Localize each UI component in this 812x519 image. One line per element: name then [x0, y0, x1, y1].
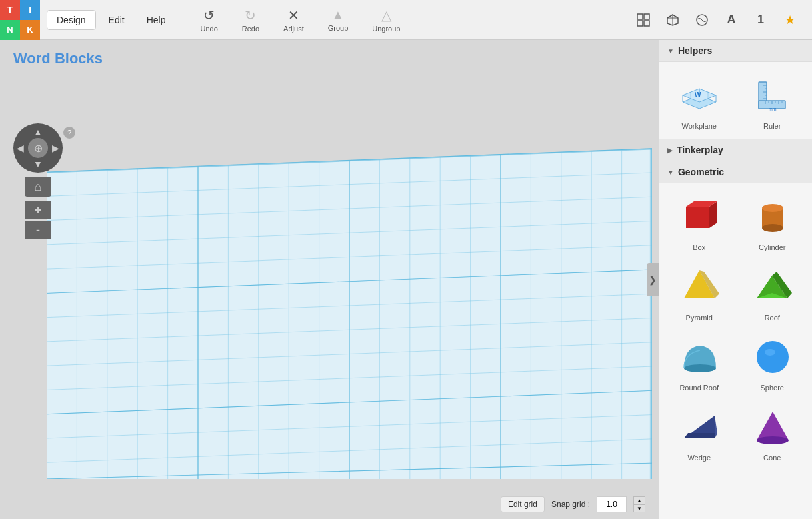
bottom-bar: Edit grid Snap grid : ▲ ▼ — [501, 496, 645, 512]
workplane-item[interactable]: W Workplane — [663, 65, 736, 135]
ungroup-label: Ungroup — [372, 25, 400, 33]
number-button[interactable]: 1 — [749, 8, 773, 32]
cone-shape-item[interactable]: Cone — [736, 397, 809, 467]
menu-bar: Design Edit Help — [40, 10, 182, 30]
svg-point-90 — [684, 364, 716, 372]
svg-rect-0 — [637, 14, 643, 19]
svg-point-83 — [762, 224, 783, 232]
svg-rect-1 — [644, 14, 649, 19]
nav-center-dot: ⊕ — [34, 142, 43, 155]
sphere-svg — [749, 334, 795, 380]
ruler-item[interactable]: mm Ruler — [736, 65, 809, 135]
grid-svg — [47, 137, 652, 479]
menu-edit[interactable]: Edit — [99, 11, 134, 29]
favorites-button[interactable]: ★ — [778, 8, 802, 32]
grid-view-button[interactable] — [631, 8, 655, 32]
logo-i: I — [20, 0, 40, 20]
group-button[interactable]: ▲ Group — [323, 5, 354, 35]
geometric-section: ▼ Geometric Box — [659, 161, 812, 470]
roof-label: Roof — [765, 314, 780, 322]
home-view-button[interactable]: ⌂ — [25, 177, 51, 197]
sphere-shape-item[interactable]: Sphere — [736, 327, 809, 397]
box-shape-item[interactable]: Box — [663, 187, 736, 257]
canvas-area[interactable]: Word Blocks ? ▲ ▼ ◀ ▶ ⊕ ⌂ + - — [0, 40, 659, 519]
3d-grid[interactable] — [47, 137, 652, 479]
wedge-shape-item[interactable]: Wedge — [663, 397, 736, 467]
helpers-grid: W Workplane — [659, 62, 812, 139]
svg-text:mm: mm — [769, 107, 777, 111]
helpers-label: Helpers — [678, 45, 712, 56]
wedge-svg — [676, 404, 723, 450]
cylinder-label: Cylinder — [759, 243, 785, 251]
collapse-panel-button[interactable]: ❯ — [647, 263, 659, 296]
box-view-icon — [666, 13, 679, 27]
box-svg — [676, 193, 723, 240]
tinkercad-logo[interactable]: T I N K — [0, 0, 40, 40]
pyramid-label: Pyramid — [686, 314, 713, 322]
undo-icon: ↺ — [203, 7, 215, 23]
snap-grid-stepper: ▲ ▼ — [633, 496, 645, 512]
helpers-header[interactable]: ▼ Helpers — [659, 40, 812, 62]
svg-marker-96 — [757, 412, 789, 440]
ungroup-button[interactable]: △ Ungroup — [367, 5, 405, 35]
pyramid-shape-item[interactable]: Pyramid — [663, 257, 736, 327]
helpers-arrow: ▼ — [667, 47, 674, 55]
logo-t: T — [0, 0, 20, 20]
redo-button[interactable]: ↻ Redo — [237, 5, 265, 35]
zoom-in-button[interactable]: + — [25, 201, 51, 219]
redo-icon: ↻ — [245, 7, 256, 23]
adjust-label: Adjust — [283, 25, 304, 33]
menu-help[interactable]: Help — [137, 11, 175, 29]
round-roof-shape-item[interactable]: Round Roof — [663, 327, 736, 397]
main-content: Word Blocks ? ▲ ▼ ◀ ▶ ⊕ ⌂ + - — [0, 40, 812, 519]
nav-right-arrow: ▶ — [52, 143, 59, 153]
edit-grid-button[interactable]: Edit grid — [501, 496, 545, 512]
nav-center[interactable]: ⊕ — [28, 138, 48, 158]
svg-rect-2 — [637, 21, 643, 26]
roof-shape-item[interactable]: Roof — [736, 257, 809, 327]
workplane-shape: W — [676, 72, 723, 119]
svg-point-92 — [765, 349, 775, 356]
help-button[interactable]: ? — [63, 127, 75, 139]
snap-grid-increment[interactable]: ▲ — [633, 496, 645, 504]
box-label: Box — [693, 243, 705, 251]
adjust-button[interactable]: ✕ Adjust — [278, 5, 309, 35]
tinkerplay-header[interactable]: ▶ Tinkerplay — [659, 139, 812, 161]
geometric-arrow: ▼ — [667, 169, 674, 176]
ruler-shape: mm — [749, 72, 795, 119]
menu-design[interactable]: Design — [47, 10, 96, 30]
svg-point-91 — [757, 341, 789, 373]
redo-label: Redo — [242, 25, 259, 33]
nav-up-arrow: ▲ — [33, 127, 43, 137]
undo-button[interactable]: ↺ Undo — [195, 5, 223, 35]
geometric-header[interactable]: ▼ Geometric — [659, 161, 812, 183]
svg-point-84 — [762, 204, 783, 212]
cylinder-shape-item[interactable]: Cylinder — [736, 187, 809, 257]
svg-marker-79 — [686, 207, 709, 228]
snap-grid-input[interactable] — [597, 496, 627, 512]
shape-view-button[interactable] — [690, 8, 714, 32]
snap-grid-decrement[interactable]: ▼ — [633, 504, 645, 512]
nav-ring[interactable]: ▲ ▼ ◀ ▶ ⊕ — [13, 123, 63, 173]
box-view-button[interactable] — [661, 8, 685, 32]
svg-marker-95 — [715, 416, 717, 438]
group-icon: ▲ — [331, 7, 345, 23]
geometric-grid: Box Cylinder Py — [659, 183, 812, 470]
group-label: Group — [328, 24, 349, 32]
snap-grid-label: Snap grid : — [551, 500, 590, 509]
round-roof-label: Round Roof — [679, 384, 719, 392]
text-button[interactable]: A — [719, 8, 743, 32]
tinkerplay-section: ▶ Tinkerplay — [659, 139, 812, 161]
cone-label: Cone — [763, 454, 781, 462]
svg-marker-94 — [684, 433, 717, 438]
zoom-out-button[interactable]: - — [25, 221, 51, 239]
geometric-label: Geometric — [678, 167, 724, 177]
grid-icon — [637, 13, 650, 27]
round-roof-svg — [676, 334, 723, 380]
helpers-section: ▼ Helpers — [659, 40, 812, 139]
logo-n: N — [0, 20, 20, 40]
toolbar: ↺ Undo ↻ Redo ✕ Adjust ▲ Group △ Ungroup — [182, 5, 621, 35]
logo-k: K — [20, 20, 40, 40]
navigation-controls: ▲ ▼ ◀ ▶ ⊕ ⌂ + - — [13, 123, 63, 239]
cylinder-svg — [749, 193, 795, 240]
